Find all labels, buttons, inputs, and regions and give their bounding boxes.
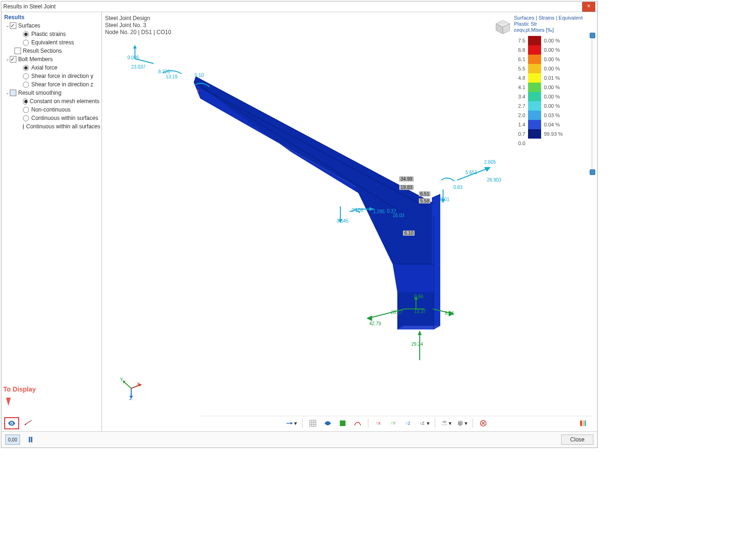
tool-show-loads[interactable] bbox=[321, 418, 334, 428]
legend-row: 0.799.93 % bbox=[514, 129, 594, 139]
legend-row: 0.0 bbox=[514, 139, 594, 148]
tool-display-style[interactable]: ▾ bbox=[439, 418, 453, 428]
checkbox-result-sections[interactable] bbox=[14, 48, 21, 54]
grid-icon bbox=[309, 419, 317, 427]
legend-range-slider[interactable] bbox=[590, 33, 595, 175]
legend-tick: 2.7 bbox=[514, 103, 526, 109]
svg-text:↑Y: ↑Y bbox=[391, 421, 396, 426]
tool-view-z[interactable]: ↑Z bbox=[402, 418, 415, 428]
tree-node-surfaces[interactable]: ⌄ Surfaces bbox=[4, 21, 99, 30]
radio-shear-y[interactable]: Shear force in direction y bbox=[4, 72, 99, 80]
slider-track bbox=[592, 37, 592, 170]
legend-row: 2.70.00 % bbox=[514, 101, 594, 111]
status-model-button[interactable] bbox=[25, 434, 38, 445]
radio-icon[interactable] bbox=[23, 98, 28, 105]
legend-tick: 2.0 bbox=[514, 112, 526, 118]
force-label: 5.651 bbox=[465, 170, 477, 175]
radio-icon[interactable] bbox=[23, 115, 29, 121]
legend-row: 7.50.00 % bbox=[514, 36, 594, 45]
legend-percent: 0.00 % bbox=[544, 47, 560, 53]
support-reactions bbox=[364, 290, 476, 365]
legend-swatch bbox=[528, 45, 541, 55]
force-label: 2.108 bbox=[352, 208, 363, 213]
deform-icon bbox=[353, 419, 362, 427]
legend-percent: 0.00 % bbox=[544, 56, 560, 62]
checkbox-bolt-members[interactable] bbox=[10, 56, 16, 63]
slider-thumb-bottom[interactable] bbox=[590, 169, 595, 175]
radio-icon[interactable] bbox=[23, 31, 29, 37]
force-label: 3.645 bbox=[337, 218, 348, 224]
slider-thumb-top[interactable] bbox=[590, 33, 595, 38]
checkbox-result-smoothing[interactable] bbox=[10, 90, 16, 96]
legend-tick: 5.5 bbox=[514, 66, 526, 71]
results-icon bbox=[338, 419, 347, 427]
close-dialog-button[interactable]: Close bbox=[561, 434, 593, 445]
radio-axial-force[interactable]: Axial force bbox=[4, 63, 99, 72]
legend-tick: 0.0 bbox=[514, 140, 526, 146]
legend-percent: 0.00 % bbox=[544, 38, 560, 43]
side-heading: Results bbox=[4, 14, 99, 21]
tree-node-result-smoothing[interactable]: ⌄ Result smoothing bbox=[4, 89, 99, 97]
tool-show-results[interactable] bbox=[336, 418, 349, 428]
chevron-down-icon[interactable]: ⌄ bbox=[5, 21, 10, 30]
radio-icon[interactable] bbox=[23, 124, 24, 130]
axis-label-z: Z bbox=[129, 396, 132, 401]
radio-equivalent-stress[interactable]: Equivalent stress bbox=[4, 38, 99, 47]
legend-swatch bbox=[528, 64, 541, 73]
legend-percent: 0.00 % bbox=[544, 66, 560, 71]
radio-constant-mesh[interactable]: Constant on mesh elements bbox=[4, 97, 99, 105]
tab-member-view[interactable] bbox=[22, 417, 35, 427]
radio-shear-z[interactable]: Shear force in direction z bbox=[4, 80, 99, 89]
axis-y-icon: ↑Y bbox=[389, 419, 398, 427]
tool-legend-settings[interactable] bbox=[577, 418, 590, 428]
legend-swatch bbox=[528, 83, 541, 92]
legend-tick: 1.4 bbox=[514, 122, 526, 127]
tool-view-y[interactable]: ↑Y bbox=[387, 418, 400, 428]
clear-icon bbox=[479, 419, 487, 427]
checkbox-surfaces[interactable] bbox=[10, 22, 16, 29]
tool-clear-selection[interactable] bbox=[477, 418, 490, 428]
ray-icon bbox=[286, 419, 294, 427]
close-button[interactable]: × bbox=[582, 2, 595, 12]
surfaces-label: Surfaces bbox=[18, 21, 40, 30]
svg-line-19 bbox=[194, 82, 406, 215]
viewport[interactable]: Steel Joint Design Steel Joint No. 3 Nod… bbox=[102, 12, 597, 431]
tool-render-style[interactable]: ▾ bbox=[455, 418, 469, 428]
legend-title-1: Surfaces | Strains | Equivalent Plastic … bbox=[514, 15, 594, 27]
svg-marker-9 bbox=[393, 264, 434, 292]
radio-icon[interactable] bbox=[23, 40, 29, 46]
tool-view-x[interactable]: ↑X bbox=[372, 418, 385, 428]
radio-non-continuous[interactable]: Non-continuous bbox=[4, 105, 99, 114]
svg-rect-37 bbox=[580, 420, 582, 426]
force-label: 8.320 bbox=[158, 69, 170, 74]
callout-to-display: To Display bbox=[3, 385, 36, 393]
tool-view-mode[interactable]: ▾ bbox=[284, 418, 298, 428]
tool-grid[interactable] bbox=[306, 418, 319, 428]
legend-swatch bbox=[528, 73, 541, 83]
svg-marker-6 bbox=[194, 77, 434, 215]
svg-point-1 bbox=[25, 424, 26, 425]
radio-continuous-all[interactable]: Continuous within all surfaces bbox=[4, 122, 99, 131]
results-tree: ⌄ Surfaces Plastic strains Equivalent st… bbox=[4, 21, 99, 131]
chevron-down-icon[interactable]: ⌄ bbox=[5, 89, 10, 97]
tool-show-deformation[interactable] bbox=[351, 418, 364, 428]
tab-display-eye[interactable] bbox=[4, 417, 19, 429]
force-label: 0.01 bbox=[440, 197, 449, 202]
legend-rows: 7.50.00 %6.80.00 %6.10.00 %5.50.00 %4.80… bbox=[514, 36, 594, 148]
tree-node-result-sections[interactable]: Result Sections bbox=[4, 47, 99, 55]
radio-continuous-surfaces[interactable]: Continuous within surfaces bbox=[4, 114, 99, 122]
radio-plastic-strain[interactable]: Plastic strains bbox=[4, 30, 99, 38]
chevron-down-icon[interactable]: ⌄ bbox=[5, 55, 10, 63]
legend-swatch bbox=[528, 36, 541, 45]
svg-point-0 bbox=[11, 423, 13, 424]
force-label: 13.19 bbox=[166, 74, 177, 79]
radio-icon[interactable] bbox=[23, 73, 29, 79]
legend-row: 6.10.00 % bbox=[514, 55, 594, 64]
status-units-button[interactable]: 0,00 bbox=[5, 434, 20, 445]
radio-icon[interactable] bbox=[23, 107, 29, 113]
tree-node-bolt-members[interactable]: ⌄ Bolt Members bbox=[4, 55, 99, 63]
radio-icon[interactable] bbox=[23, 65, 29, 71]
radio-icon[interactable] bbox=[23, 82, 29, 88]
tool-view-iso[interactable]: ↑Z ▾ bbox=[417, 418, 431, 428]
axis-z-icon: ↑Z bbox=[404, 419, 413, 427]
